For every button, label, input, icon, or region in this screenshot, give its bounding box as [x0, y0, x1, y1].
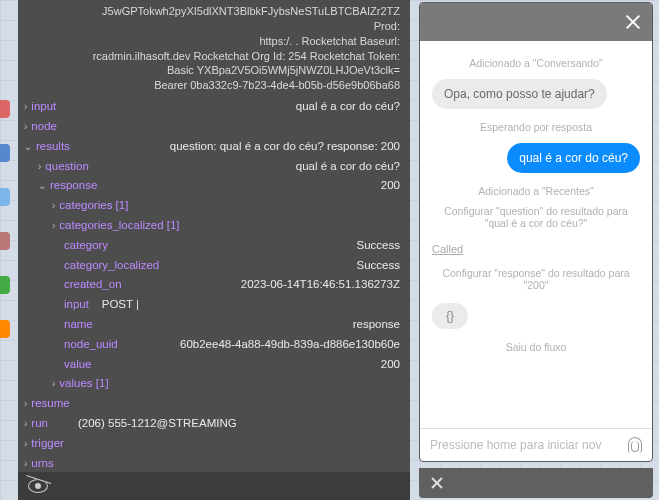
sys-msg: Adicionado a "Conversando": [432, 57, 640, 69]
sys-msg: Saiu do fluxo: [432, 341, 640, 353]
tree-row-resume[interactable]: ›resume: [24, 394, 400, 414]
rail-tab[interactable]: [0, 320, 10, 338]
sys-msg: Adicionado a "Recentes": [432, 185, 640, 197]
chat-input-bar: [420, 428, 652, 461]
tree-row-trigger[interactable]: ›trigger: [24, 434, 400, 454]
tree-row-values[interactable]: ›values [1]: [24, 374, 400, 394]
tree-row-response[interactable]: ⌄response 200: [24, 176, 400, 196]
code-bubble: {}: [432, 303, 468, 329]
sys-msg: Esperando por resposta: [432, 121, 640, 133]
chat-header: [420, 3, 652, 41]
rail-tab[interactable]: [0, 144, 10, 162]
tree-row-results[interactable]: ⌄results question: qual é a cor do céu? …: [24, 137, 400, 157]
debug-panel: J5wGPTokwh2pyXI5dlXNT3BlbkFJybsNeSTuLBTC…: [18, 0, 410, 472]
debug-tree: ›input qual é a cor do céu? ›node ⌄resul…: [18, 95, 410, 472]
chat-panel: Adicionado a "Conversando" Opa, como pos…: [419, 2, 653, 462]
tree-row-created-on[interactable]: created_on 2023-06-14T16:46:51.136273Z: [24, 275, 400, 295]
tree-row-question[interactable]: ›question qual é a cor do céu?: [24, 157, 400, 177]
user-bubble: qual é a cor do céu?: [507, 143, 640, 173]
rail-tab[interactable]: [0, 188, 10, 206]
close-icon[interactable]: [624, 13, 642, 31]
tree-row-categories[interactable]: ›categories [1]: [24, 196, 400, 216]
sys-msg: Configurar "question" do resultado para …: [432, 205, 640, 229]
tree-row-input-inner[interactable]: input POST |: [24, 295, 400, 315]
tree-row-name[interactable]: name response: [24, 315, 400, 335]
tree-row-node[interactable]: ›node: [24, 117, 400, 137]
chat-footer-strip: [419, 468, 653, 498]
close-small-icon[interactable]: [431, 477, 443, 489]
tree-row-urns[interactable]: ›urns: [24, 454, 400, 472]
rail-tab[interactable]: [0, 100, 10, 118]
attachment-icon[interactable]: [628, 437, 642, 453]
tree-row-input[interactable]: ›input qual é a cor do céu?: [24, 97, 400, 117]
rail-tab[interactable]: [0, 232, 10, 250]
debug-footer: [18, 472, 410, 500]
tree-row-value[interactable]: value 200: [24, 355, 400, 375]
left-rail: [0, 100, 10, 338]
tree-row-node-uuid[interactable]: node_uuid 60b2ee48-4a88-49db-839a-d886e1…: [24, 335, 400, 355]
bot-bubble: Opa, como posso te ajudar?: [432, 79, 607, 109]
tree-row-category[interactable]: category Success: [24, 236, 400, 256]
rail-tab[interactable]: [0, 276, 10, 294]
chat-body: Adicionado a "Conversando" Opa, como pos…: [420, 41, 652, 428]
visibility-toggle-icon[interactable]: [28, 479, 48, 493]
tree-row-category-localized[interactable]: category_localized Success: [24, 256, 400, 276]
sys-msg: Configurar "response" do resultado para …: [432, 267, 640, 291]
debug-header-text: J5wGPTokwh2pyXI5dlXNT3BlbkFJybsNeSTuLBTC…: [18, 0, 410, 95]
chat-text-input[interactable]: [430, 438, 622, 452]
tree-row-run[interactable]: ›run (206) 555-1212@STREAMING: [24, 414, 400, 434]
tree-row-categories-localized[interactable]: ›categories_localized [1]: [24, 216, 400, 236]
called-link[interactable]: Called: [432, 243, 463, 255]
